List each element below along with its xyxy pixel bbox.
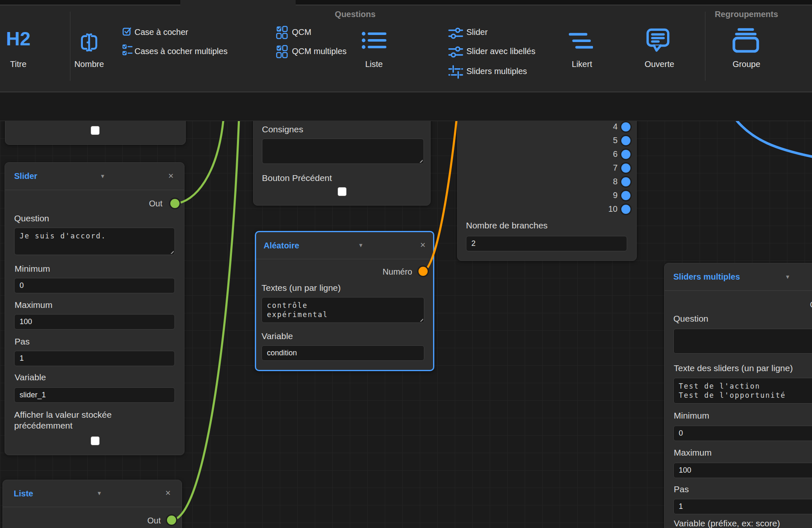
- node-consignes[interactable]: Consignes Bouton Précédent: [253, 121, 431, 206]
- consignes-textarea[interactable]: [262, 139, 424, 164]
- window-top-strip: [0, 0, 180, 5]
- toolbar-item-qcm[interactable]: QCM: [292, 27, 311, 37]
- node-sliders-multiples[interactable]: Sliders multiples ▼ Out Question Texte d…: [664, 263, 812, 528]
- aleatoire-numero-port[interactable]: [417, 265, 429, 277]
- variable-input[interactable]: [262, 345, 424, 361]
- branch-port-label: 6: [586, 149, 618, 159]
- liste-out-port[interactable]: [166, 514, 177, 526]
- minimum-label: Minimum: [674, 411, 709, 421]
- pas-input[interactable]: [14, 351, 175, 366]
- minimum-input[interactable]: [673, 426, 812, 441]
- node-title: Aléatoire: [264, 232, 299, 259]
- node-liste[interactable]: Liste ▼ × Out: [2, 480, 182, 528]
- bouton-precedent-checkbox[interactable]: [338, 187, 346, 196]
- node-header[interactable]: Sliders multiples ▼: [665, 263, 812, 291]
- variable-input[interactable]: [14, 387, 175, 403]
- toolbar-item-cases-a-cocher-multiples[interactable]: Cases à cocher multiples: [135, 47, 227, 56]
- pas-input[interactable]: [673, 499, 812, 514]
- cases-a-cocher-multiples-icon[interactable]: [122, 44, 132, 56]
- toolbar-item-liste[interactable]: Liste: [355, 59, 393, 69]
- branch-port-9[interactable]: [620, 190, 632, 201]
- variable-prefixe-label: Variable (préfixe, ex: score): [674, 518, 780, 528]
- branch-port-label: 4: [586, 122, 618, 131]
- toolbar-item-likert[interactable]: Likert: [562, 59, 602, 69]
- node-aleatoire[interactable]: Aléatoire ▼ × Numéro Textes (un par lign…: [255, 231, 434, 371]
- close-icon[interactable]: ×: [165, 480, 171, 506]
- groupe-icon[interactable]: [732, 27, 760, 53]
- case-a-cocher-icon[interactable]: [122, 26, 132, 36]
- maximum-input[interactable]: [14, 314, 175, 330]
- chevron-down-icon[interactable]: ▼: [358, 232, 364, 259]
- question-textarea[interactable]: [673, 329, 812, 354]
- ouverte-icon[interactable]: [644, 26, 672, 54]
- branch-port-7[interactable]: [620, 162, 632, 174]
- slider-avec-libelles-icon[interactable]: [448, 45, 463, 59]
- texte-sliders-label: Texte des sliders (un par ligne): [674, 363, 793, 373]
- toolbar-group-regroupements: Regroupements: [708, 10, 785, 19]
- branch-port-5[interactable]: [620, 135, 632, 146]
- toolbar-item-slider-avec-libelles[interactable]: Slider avec libellés: [466, 47, 536, 56]
- minimum-input[interactable]: [14, 278, 175, 293]
- close-icon[interactable]: ×: [420, 232, 426, 258]
- textes-textarea[interactable]: contrôle expérimental: [262, 297, 424, 323]
- toolbar-item-groupe[interactable]: Groupe: [727, 59, 766, 69]
- maximum-input[interactable]: [673, 463, 812, 478]
- afficher-valeur-label: Afficher la valeur stockée précédemment: [14, 409, 139, 431]
- node-title: Sliders multiples: [673, 263, 740, 290]
- toolbar-item-qcm-multiples[interactable]: QCM multiples: [292, 47, 346, 56]
- toolbar-item-slider[interactable]: Slider: [466, 27, 488, 37]
- slider-icon[interactable]: [448, 26, 463, 40]
- checkbox[interactable]: [91, 126, 100, 135]
- node-canvas[interactable]: Consignes Bouton Précédent Nombre de bra…: [0, 121, 812, 528]
- variable-label: Variable: [15, 372, 46, 382]
- slider-out-port[interactable]: [169, 198, 181, 209]
- edge-blue-top-right: [734, 121, 812, 157]
- maximum-label: Maximum: [15, 300, 52, 310]
- branch-port-label: 8: [586, 177, 618, 186]
- branch-port-4[interactable]: [620, 121, 632, 133]
- branch-port-label: 10: [586, 204, 618, 214]
- window-top-strip: [296, 0, 812, 5]
- nombre-icon[interactable]: [77, 31, 101, 54]
- branch-port-label: 5: [586, 136, 618, 145]
- node-header[interactable]: Aléatoire ▼ ×: [256, 232, 433, 259]
- toolbar-group-questions: Questions: [324, 10, 386, 19]
- qcm-icon[interactable]: [276, 26, 288, 40]
- toolbar-item-sliders-multiples[interactable]: Sliders multiples: [466, 67, 527, 76]
- chevron-down-icon[interactable]: ▼: [100, 163, 105, 190]
- afficher-valeur-checkbox[interactable]: [91, 436, 100, 445]
- branch-port-8[interactable]: [620, 176, 632, 188]
- branch-port-10[interactable]: [620, 203, 632, 215]
- toolbar-item-titre[interactable]: Titre: [3, 59, 34, 69]
- qcm-multiples-icon[interactable]: [276, 45, 288, 59]
- branch-port-label: 9: [586, 191, 618, 200]
- node-slider[interactable]: Slider ▼ × Out Question Je suis d'accord…: [5, 162, 184, 455]
- maximum-label: Maximum: [674, 448, 712, 458]
- textes-label: Textes (un par ligne): [262, 283, 341, 293]
- node-header[interactable]: Liste ▼ ×: [3, 480, 182, 507]
- toolbar: H2 Titre Nombre Case à cocher Cases à co…: [0, 0, 812, 92]
- toolbar-item-ouverte[interactable]: Ouverte: [640, 59, 679, 69]
- minimum-label: Minimum: [15, 264, 50, 274]
- pas-label: Pas: [674, 484, 689, 494]
- question-textarea[interactable]: Je suis d'accord.: [14, 228, 175, 255]
- node-title: Slider: [14, 163, 37, 190]
- liste-icon[interactable]: [361, 31, 386, 50]
- nombre-branches-label: Nombre de branches: [466, 221, 548, 231]
- chevron-down-icon[interactable]: ▼: [97, 480, 102, 507]
- toolbar-item-case-a-cocher[interactable]: Case à cocher: [135, 27, 188, 37]
- texte-sliders-textarea[interactable]: Test de l'action Test de l'opportunité: [673, 378, 812, 404]
- close-icon[interactable]: ×: [168, 163, 174, 189]
- node-header[interactable]: Slider ▼ ×: [5, 163, 184, 190]
- likert-icon[interactable]: [569, 32, 593, 50]
- titre-h2-icon[interactable]: H2: [4, 27, 32, 50]
- question-label: Question: [673, 314, 708, 324]
- out-port-label: Out: [119, 516, 161, 526]
- branch-port-6[interactable]: [620, 149, 632, 160]
- nombre-branches-input[interactable]: [466, 236, 627, 251]
- chevron-down-icon[interactable]: ▼: [785, 263, 790, 290]
- out-port-label: Out: [121, 199, 162, 208]
- sliders-multiples-icon[interactable]: [448, 65, 463, 79]
- node-partial-top[interactable]: [5, 121, 186, 145]
- toolbar-item-nombre[interactable]: Nombre: [68, 59, 110, 69]
